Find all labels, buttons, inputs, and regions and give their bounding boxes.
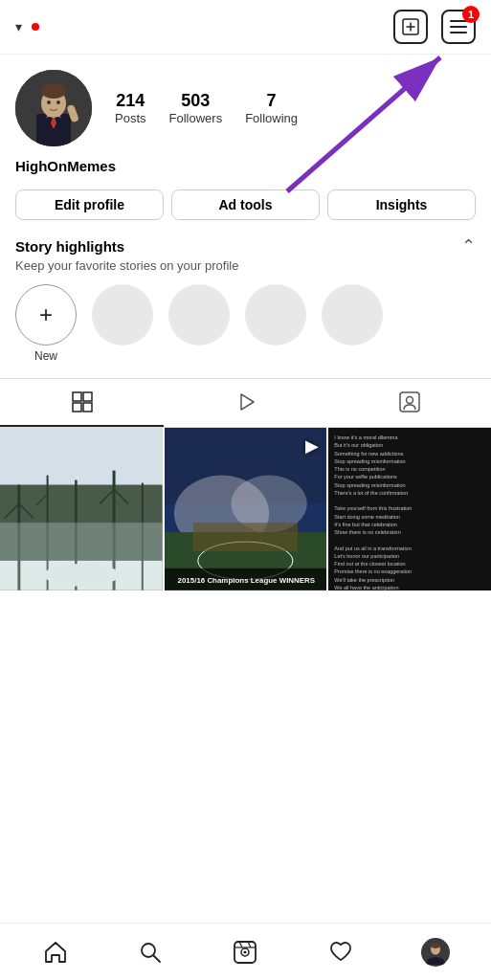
svg-text:2015/16 Champions League WINNE: 2015/16 Champions League WINNERS [177, 576, 315, 585]
plus-icon: + [39, 303, 53, 326]
reels-icon [233, 940, 257, 965]
ad-tools-button[interactable]: Ad tools [171, 189, 320, 220]
svg-point-11 [47, 100, 51, 104]
search-icon [138, 940, 163, 965]
tab-grid[interactable] [0, 379, 164, 427]
following-label: Following [245, 111, 298, 125]
tab-reels[interactable] [164, 379, 327, 427]
plus-square-icon [402, 18, 419, 35]
svg-rect-17 [83, 403, 92, 412]
top-bar-icons: 1 [393, 10, 476, 44]
svg-point-37 [44, 564, 120, 587]
menu-notification-badge: 1 [462, 6, 480, 23]
post-item-1[interactable] [0, 428, 163, 590]
nav-likes[interactable] [318, 929, 364, 975]
highlight-4[interactable] [322, 284, 383, 363]
posts-grid: 2015/16 Champions League WINNERS ▶ I kno… [0, 428, 491, 590]
chevron-down-icon[interactable]: ▾ [15, 19, 22, 34]
highlight-circle-1[interactable] [92, 284, 153, 345]
svg-point-20 [406, 397, 413, 404]
person-tag-icon [398, 390, 421, 413]
highlights-title: Story highlights [15, 238, 124, 255]
nav-profile[interactable] [413, 929, 458, 975]
soccer-image: 2015/16 Champions League WINNERS [165, 428, 327, 590]
notification-dot [32, 23, 39, 31]
action-buttons: Edit profile Ad tools Insights [15, 189, 476, 220]
highlight-circle-3[interactable] [245, 284, 306, 345]
nav-search[interactable] [127, 929, 173, 975]
home-icon [43, 940, 68, 965]
svg-point-12 [56, 100, 60, 104]
nav-reels[interactable] [222, 929, 268, 975]
profile-info: 214 Posts 503 Followers 7 Following [15, 70, 476, 146]
svg-line-56 [248, 942, 251, 947]
followers-label: Followers [169, 111, 223, 125]
nav-home[interactable] [33, 929, 78, 975]
snow-image [0, 428, 163, 590]
top-bar: ▾ 1 [0, 0, 491, 55]
heart-icon [328, 940, 353, 965]
profile-name: HighOnMemes [15, 158, 476, 174]
following-stat[interactable]: 7 Following [245, 91, 298, 125]
tab-bar [0, 378, 491, 428]
followers-stat[interactable]: 503 Followers [169, 91, 223, 125]
story-highlights: Story highlights ⌃ Keep your favorite st… [0, 235, 491, 363]
posts-count: 214 [116, 91, 145, 111]
insights-button[interactable]: Insights [327, 189, 476, 220]
svg-point-53 [244, 950, 247, 953]
add-post-button[interactable] [393, 10, 428, 44]
svg-marker-18 [241, 394, 254, 410]
top-bar-left: ▾ [15, 19, 39, 34]
highlights-header: Story highlights ⌃ [15, 235, 476, 256]
highlight-2[interactable] [168, 284, 230, 363]
profile-avatar-icon [421, 938, 450, 967]
hamburger-icon [450, 20, 467, 33]
play-icon [234, 390, 257, 413]
avatar-image [15, 70, 92, 146]
svg-rect-19 [400, 392, 419, 412]
text-post-content: I know it's a moral dilemmaBut it's our … [334, 434, 413, 590]
video-play-icon: ▶ [305, 435, 319, 457]
highlight-new[interactable]: + New [15, 284, 77, 363]
chevron-up-icon[interactable]: ⌃ [461, 235, 476, 256]
followers-count: 503 [181, 91, 210, 111]
posts-label: Posts [115, 111, 146, 125]
tab-tagged[interactable] [327, 379, 491, 427]
svg-rect-14 [73, 392, 81, 401]
grid-icon [71, 390, 94, 413]
profile-section: 214 Posts 503 Followers 7 Following High… [0, 55, 491, 220]
highlight-1[interactable] [92, 284, 153, 363]
svg-rect-16 [73, 403, 81, 412]
post-item-3[interactable]: I know it's a moral dilemmaBut it's our … [328, 428, 491, 590]
highlights-row: + New [15, 284, 476, 363]
svg-rect-15 [83, 392, 92, 401]
svg-line-50 [154, 955, 161, 962]
highlights-subtitle: Keep your favorite stories on your profi… [15, 258, 476, 273]
posts-stat[interactable]: 214 Posts [115, 91, 146, 125]
svg-point-59 [431, 943, 440, 948]
svg-point-10 [41, 83, 66, 99]
svg-rect-44 [192, 523, 297, 551]
following-count: 7 [267, 91, 277, 111]
nav-profile-avatar[interactable] [421, 938, 450, 967]
highlight-circle-4[interactable] [322, 284, 383, 345]
bottom-nav [0, 923, 491, 980]
post-item-2[interactable]: 2015/16 Champions League WINNERS ▶ [165, 428, 327, 590]
profile-stats: 214 Posts 503 Followers 7 Following [115, 91, 476, 125]
new-highlight-label: New [34, 349, 57, 363]
edit-profile-button[interactable]: Edit profile [15, 189, 164, 220]
new-highlight-circle[interactable]: + [15, 284, 77, 345]
highlight-circle-2[interactable] [168, 284, 230, 345]
svg-line-55 [239, 942, 242, 947]
avatar[interactable] [15, 70, 92, 146]
highlight-3[interactable] [245, 284, 306, 363]
menu-button[interactable]: 1 [441, 10, 476, 44]
